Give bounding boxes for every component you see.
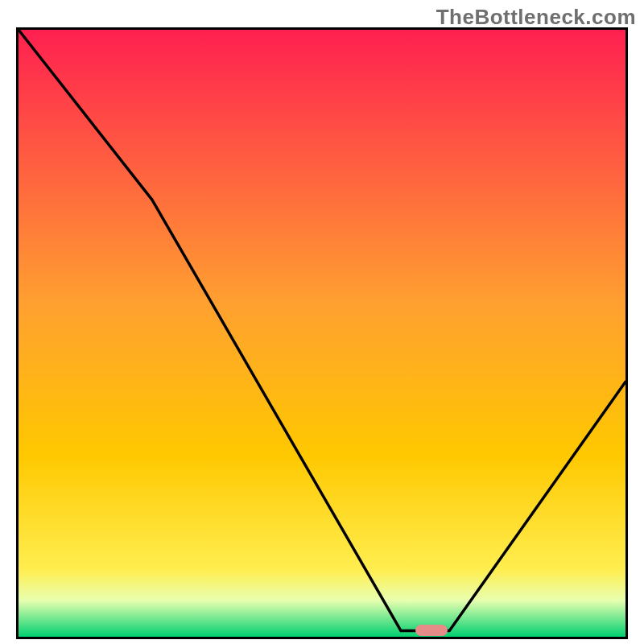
- chart-frame: [16, 27, 628, 639]
- watermark-text: TheBottleneck.com: [436, 5, 636, 30]
- chart-svg: [19, 30, 625, 637]
- gradient-background: [19, 30, 625, 637]
- chart-stage: TheBottleneck.com: [0, 0, 644, 644]
- optimal-marker: [415, 625, 448, 636]
